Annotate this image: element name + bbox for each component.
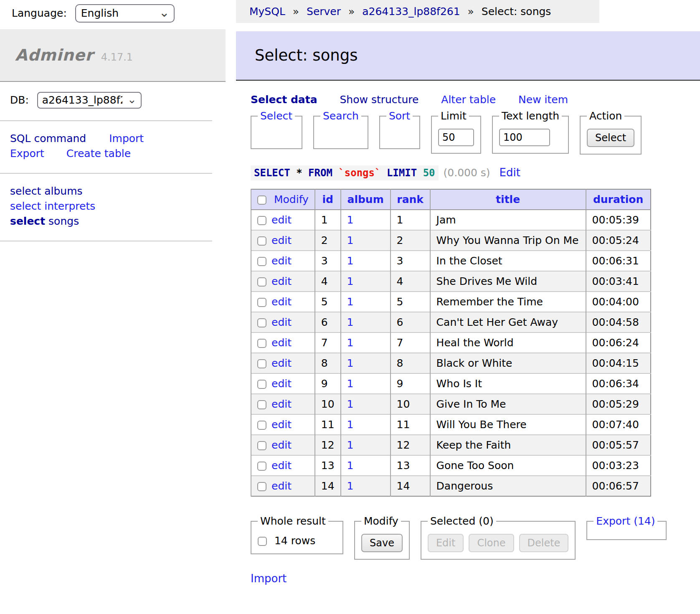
- delete-selected-button: Delete: [519, 534, 569, 552]
- modify-header-link[interactable]: Modify: [274, 193, 309, 206]
- row-edit-link[interactable]: edit: [271, 337, 292, 349]
- row-checkbox[interactable]: [257, 462, 266, 471]
- album-link[interactable]: 1: [347, 234, 354, 246]
- tab-show-structure[interactable]: Show structure: [340, 94, 419, 106]
- select-interprets-link[interactable]: select: [10, 200, 41, 212]
- query-time: (0.000 s): [444, 167, 490, 179]
- rank-cell: 13: [391, 455, 430, 476]
- album-link[interactable]: 1: [347, 275, 354, 287]
- id-cell: 10: [315, 394, 341, 414]
- limit-input[interactable]: [438, 129, 474, 146]
- row-edit-link[interactable]: edit: [271, 378, 292, 390]
- sort-toggle[interactable]: Sort: [389, 110, 410, 122]
- import-link[interactable]: Import: [251, 572, 287, 585]
- sql-table-name: `songs`: [338, 167, 380, 179]
- select-all-checkbox[interactable]: [257, 195, 266, 205]
- sort-by-title-link[interactable]: title: [496, 193, 520, 206]
- album-link[interactable]: 1: [347, 419, 354, 431]
- db-select[interactable]: a264133_lp88f261: [37, 92, 142, 109]
- row-edit-link[interactable]: edit: [271, 316, 292, 328]
- row-edit-link[interactable]: edit: [271, 480, 292, 492]
- row-checkbox[interactable]: [257, 421, 266, 430]
- row-edit-link[interactable]: edit: [271, 398, 292, 410]
- row-checkbox[interactable]: [257, 277, 266, 287]
- duration-cell: 00:04:58: [586, 312, 651, 332]
- duration-cell: 00:07:40: [586, 414, 651, 435]
- modify-cell: edit: [251, 312, 315, 332]
- row-edit-link[interactable]: edit: [271, 357, 292, 369]
- row-checkbox[interactable]: [257, 257, 266, 266]
- album-link[interactable]: 1: [347, 378, 354, 390]
- row-checkbox[interactable]: [257, 318, 266, 327]
- albums-table-link[interactable]: albums: [44, 185, 82, 197]
- album-link[interactable]: 1: [347, 480, 354, 492]
- sidebar-link-export[interactable]: Export: [10, 147, 44, 160]
- tab-select-data[interactable]: Select data: [251, 94, 317, 106]
- select-albums-link[interactable]: select: [10, 185, 41, 197]
- id-cell: 1: [315, 210, 341, 230]
- album-link[interactable]: 1: [347, 459, 354, 472]
- search-toggle[interactable]: Search: [323, 110, 359, 122]
- language-select[interactable]: English: [75, 4, 175, 23]
- table-row: edit12112Keep the Faith00:05:57: [251, 435, 651, 455]
- select-columns-toggle[interactable]: Select: [260, 110, 292, 122]
- row-checkbox[interactable]: [257, 400, 266, 409]
- export-toggle-link[interactable]: Export (14): [596, 515, 655, 527]
- sort-by-duration-link[interactable]: duration: [593, 193, 643, 206]
- row-edit-link[interactable]: edit: [271, 234, 292, 246]
- album-link[interactable]: 1: [347, 255, 354, 267]
- row-checkbox[interactable]: [257, 339, 266, 348]
- album-cell: 1: [341, 455, 391, 476]
- row-edit-link[interactable]: edit: [271, 255, 292, 267]
- row-edit-link[interactable]: edit: [271, 296, 292, 308]
- edit-query-link[interactable]: Edit: [500, 166, 520, 179]
- album-link[interactable]: 1: [347, 214, 354, 226]
- sidebar-link-import[interactable]: Import: [109, 132, 144, 145]
- sidebar-link-sql-command[interactable]: SQL command: [10, 132, 86, 145]
- row-checkbox[interactable]: [257, 216, 266, 225]
- sort-by-id-link[interactable]: id: [322, 193, 333, 206]
- album-link[interactable]: 1: [347, 357, 354, 369]
- album-link[interactable]: 1: [347, 439, 354, 451]
- sidebar-link-create-table[interactable]: Create table: [66, 147, 131, 160]
- row-checkbox[interactable]: [257, 441, 266, 450]
- select-songs-link[interactable]: select: [10, 215, 45, 227]
- breadcrumb-server-link[interactable]: Server: [307, 5, 341, 18]
- title-cell: Gone Too Soon: [430, 455, 586, 476]
- sort-by-rank-link[interactable]: rank: [397, 193, 424, 206]
- modify-cell: edit: [251, 353, 315, 373]
- album-link[interactable]: 1: [347, 398, 354, 410]
- table-row: edit616Can't Let Her Get Away00:04:58: [251, 312, 651, 332]
- breadcrumb-database-link[interactable]: a264133_lp88f261: [362, 5, 460, 18]
- row-checkbox[interactable]: [257, 380, 266, 389]
- album-cell: 1: [341, 230, 391, 251]
- interprets-table-link[interactable]: interprets: [44, 200, 95, 212]
- id-cell: 5: [315, 292, 341, 312]
- save-button[interactable]: Save: [361, 534, 403, 552]
- sort-by-album-link[interactable]: album: [347, 193, 384, 206]
- row-edit-link[interactable]: edit: [271, 459, 292, 472]
- db-label: DB:: [10, 94, 29, 106]
- album-link[interactable]: 1: [347, 337, 354, 349]
- breadcrumb-mysql-link[interactable]: MySQL: [249, 5, 285, 18]
- row-edit-link[interactable]: edit: [271, 214, 292, 226]
- row-checkbox[interactable]: [257, 236, 266, 246]
- text-length-input[interactable]: [499, 129, 550, 146]
- row-checkbox[interactable]: [257, 359, 266, 368]
- title-cell: Why You Wanna Trip On Me: [430, 230, 586, 251]
- songs-table-link[interactable]: songs: [48, 215, 79, 227]
- row-edit-link[interactable]: edit: [271, 419, 292, 431]
- album-link[interactable]: 1: [347, 296, 354, 308]
- all-rows-checkbox[interactable]: [258, 537, 267, 546]
- select-submit-button[interactable]: Select: [587, 129, 634, 147]
- row-checkbox[interactable]: [257, 298, 266, 307]
- album-cell: 1: [341, 210, 391, 230]
- tab-alter-table[interactable]: Alter table: [441, 94, 496, 106]
- limit-legend: Limit: [438, 110, 469, 122]
- db-section: DB: a264133_lp88f261 ⌄: [0, 82, 212, 121]
- row-edit-link[interactable]: edit: [271, 439, 292, 451]
- row-edit-link[interactable]: edit: [271, 275, 292, 287]
- album-link[interactable]: 1: [347, 316, 354, 328]
- row-checkbox[interactable]: [257, 482, 266, 491]
- tab-new-item[interactable]: New item: [518, 94, 568, 106]
